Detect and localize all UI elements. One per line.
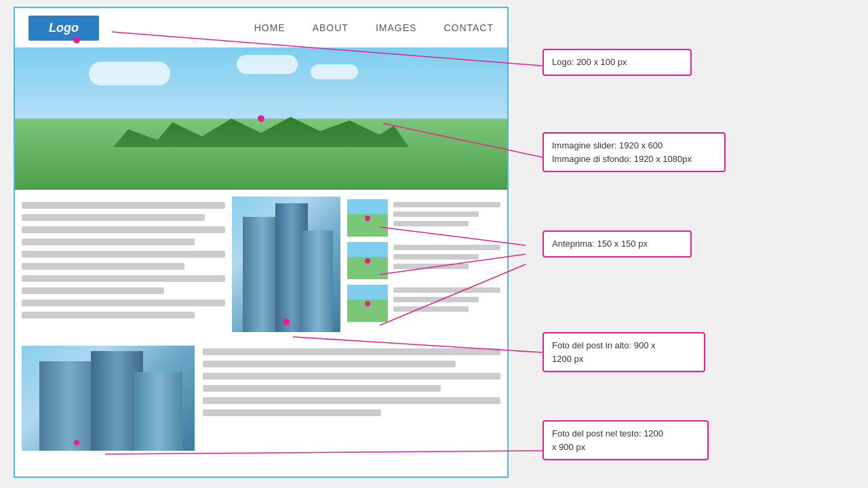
post-building-3: [134, 372, 182, 451]
post-testo-line2: x 900 px: [552, 442, 585, 452]
thumb-line: [393, 245, 500, 250]
thumb-line: [393, 297, 479, 302]
thumb-line: [393, 306, 469, 312]
thumb-item: [347, 285, 500, 322]
thumb-item: [347, 199, 500, 237]
mockup-header: Logo HOME ABOUT IMAGES CONTACT: [15, 8, 507, 47]
text-line: [22, 226, 225, 233]
text-line: [22, 263, 184, 270]
thumb-text-1: [393, 199, 500, 230]
logo-annotation: Logo: 200 x 100 px: [542, 49, 692, 76]
nav-home[interactable]: HOME: [254, 22, 285, 33]
center-post-image: [232, 197, 340, 332]
post-alto-line1: Foto del post in alto: 900 x: [552, 340, 655, 350]
post-building-image: [22, 346, 195, 451]
slider-annotation-line2: Immagine di sfondo: 1920 x 1080px: [552, 154, 692, 164]
thumb-line: [393, 221, 469, 226]
mockup-logo: Logo: [28, 16, 99, 41]
slider-annotation-line1: Immagine slider: 1920 x 600: [552, 140, 663, 150]
bt-line: [203, 409, 381, 416]
thumb-dot-1: [365, 216, 370, 221]
bottom-text-block: [203, 346, 500, 451]
thumbnail-list: [347, 197, 500, 332]
building-3: [302, 230, 333, 332]
text-line: [22, 214, 205, 221]
mockup-content: [15, 190, 507, 339]
post-annotation-dot: [74, 440, 79, 445]
slider-annotation-dot: [258, 115, 264, 122]
nav-about[interactable]: ABOUT: [313, 22, 349, 33]
text-line: [22, 202, 225, 209]
thumb-image-3: [347, 285, 388, 322]
cloud-2: [237, 55, 298, 74]
thumb-line: [393, 254, 479, 260]
slider-annotation: Immagine slider: 1920 x 600 Immagine di …: [542, 132, 726, 172]
thumb-text-3: [393, 285, 500, 316]
thumb-dot-2: [365, 258, 370, 264]
bt-line: [203, 373, 500, 380]
nav-contact[interactable]: CONTACT: [443, 22, 494, 33]
bt-line: [203, 361, 456, 367]
building-image: [232, 197, 340, 332]
thumb-image-1: [347, 199, 388, 237]
thumb-dot-3: [365, 301, 370, 306]
mockup-slider: [15, 47, 507, 190]
mockup-bottom: [15, 339, 507, 458]
anteprima-annotation-text: Anteprima: 150 x 150 px: [552, 239, 648, 249]
post-alto-line2: 1200 px: [552, 354, 583, 364]
post-testo-annotation: Foto del post nel testo: 1200 x 900 px: [542, 420, 709, 460]
text-line: [22, 300, 225, 306]
logo-dot: [73, 37, 80, 43]
text-line: [22, 239, 195, 245]
text-line: [22, 251, 225, 258]
thumb-image-2: [347, 242, 388, 279]
thumb-line: [393, 211, 479, 217]
cloud-1: [89, 62, 170, 85]
text-line: [22, 287, 164, 294]
thumb-text-2: [393, 242, 500, 273]
website-mockup: Logo HOME ABOUT IMAGES CONTACT: [14, 7, 509, 478]
bt-line: [203, 397, 500, 404]
nav-images[interactable]: IMAGES: [376, 22, 416, 33]
logo-text: Logo: [49, 21, 79, 35]
logo-annotation-text: Logo: 200 x 100 px: [552, 57, 627, 67]
text-line: [22, 275, 225, 282]
thumb-line: [393, 202, 500, 207]
bt-line: [203, 385, 441, 392]
anteprima-annotation: Anteprima: 150 x 150 px: [542, 230, 692, 258]
cloud-3: [311, 64, 358, 79]
text-block-left: [22, 197, 225, 332]
thumb-line: [393, 264, 469, 269]
post-testo-line1: Foto del post nel testo: 1200: [552, 428, 663, 439]
text-line: [22, 312, 195, 319]
thumb-item: [347, 242, 500, 279]
center-annotation-dot: [283, 319, 290, 325]
mockup-nav: HOME ABOUT IMAGES CONTACT: [254, 22, 494, 33]
bt-line: [203, 348, 500, 355]
bottom-post-image: [22, 346, 195, 451]
thumb-line: [393, 287, 500, 293]
post-alto-annotation: Foto del post in alto: 900 x 1200 px: [542, 332, 705, 372]
